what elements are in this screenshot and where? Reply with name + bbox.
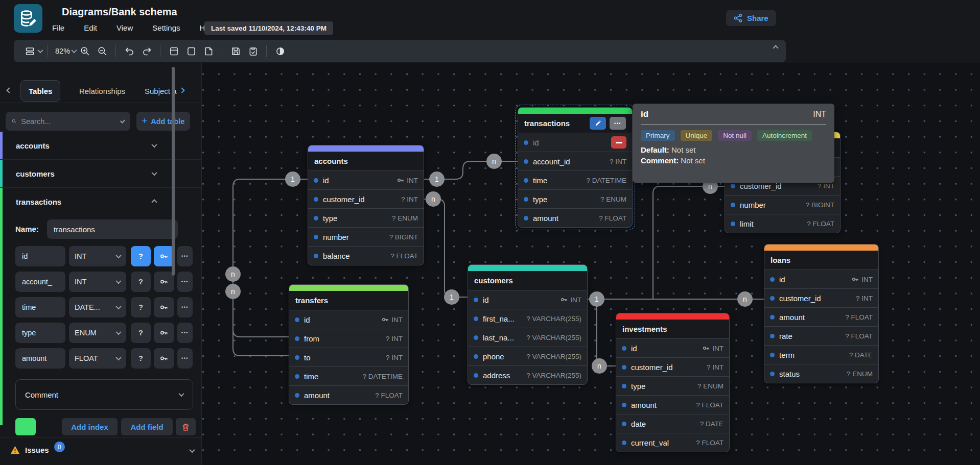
- table-field-row[interactable]: type? ENUM: [518, 189, 632, 208]
- search-box[interactable]: [6, 112, 130, 131]
- table-name-input[interactable]: [47, 219, 178, 239]
- sidebar-item-transactions[interactable]: transactions: [0, 188, 201, 216]
- delete-table-button[interactable]: [176, 418, 196, 435]
- table-options-button[interactable]: •••: [610, 117, 626, 130]
- theme-toggle-button[interactable]: [273, 43, 287, 59]
- expand-icon[interactable]: [151, 142, 157, 148]
- collapse-icon[interactable]: [151, 199, 157, 205]
- table-field-row[interactable]: first_na...? VARCHAR(255): [468, 309, 587, 328]
- table-field-row[interactable]: amount? FLOAT: [764, 307, 878, 326]
- todo-button[interactable]: [246, 43, 260, 59]
- add-note-button[interactable]: [201, 43, 216, 59]
- zoom-out-button[interactable]: [95, 43, 109, 59]
- nullable-toggle[interactable]: ?: [131, 348, 151, 369]
- tabs-scroll-left-icon[interactable]: [6, 87, 12, 93]
- nullable-toggle[interactable]: ?: [131, 297, 151, 317]
- tab-relationships[interactable]: Relationships: [72, 80, 133, 102]
- add-field-button[interactable]: Add field: [121, 418, 173, 435]
- issues-toggle[interactable]: Issues 0: [10, 445, 65, 455]
- field-type-select[interactable]: DATE...: [69, 297, 126, 317]
- zoom-caret-icon[interactable]: [71, 47, 77, 53]
- table-field-row[interactable]: account_id? INT: [518, 152, 632, 170]
- comment-section[interactable]: Comment: [15, 379, 193, 410]
- menu-file[interactable]: File: [50, 22, 66, 33]
- expand-icon[interactable]: [151, 170, 157, 176]
- table-field-row[interactable]: number? BIGINT: [308, 227, 424, 246]
- tabs-scroll-right-icon[interactable]: [179, 87, 184, 93]
- search-input[interactable]: [21, 117, 116, 126]
- sidebar-scrollbar[interactable]: [172, 67, 175, 276]
- add-table-tool-button[interactable]: [167, 43, 181, 59]
- field-type-select[interactable]: INT: [69, 272, 126, 292]
- table-field-row[interactable]: number? BIGINT: [725, 195, 840, 214]
- layout-caret-icon[interactable]: [37, 47, 43, 53]
- nullable-toggle[interactable]: ?: [131, 246, 151, 266]
- field-name-input[interactable]: account_: [15, 272, 65, 292]
- table-field-row[interactable]: amount? FLOAT: [518, 208, 632, 227]
- table-card-transactions[interactable]: transactions ••• id account_id? INT time…: [518, 107, 633, 228]
- add-area-button[interactable]: [184, 43, 198, 59]
- table-field-row[interactable]: idINT: [468, 290, 587, 309]
- field-name-input[interactable]: time: [15, 297, 65, 317]
- table-field-row[interactable]: date? DATE: [616, 414, 729, 433]
- table-field-row[interactable]: idINT: [764, 270, 878, 288]
- save-button[interactable]: [228, 43, 243, 59]
- table-field-row[interactable]: last_na...? VARCHAR(255): [468, 328, 587, 347]
- primary-key-toggle[interactable]: [154, 323, 174, 343]
- table-color-swatch[interactable]: [15, 418, 36, 435]
- field-options-button[interactable]: •••: [177, 272, 193, 292]
- table-field-row[interactable]: customer_id? INT: [764, 288, 878, 307]
- field-name-input[interactable]: amount: [15, 348, 65, 369]
- undo-button[interactable]: [122, 43, 136, 59]
- field-name-input[interactable]: type: [15, 323, 65, 343]
- table-field-row[interactable]: customer_id? INT: [308, 189, 424, 208]
- zoom-level[interactable]: 82%: [55, 47, 70, 55]
- field-type-select[interactable]: FLOAT: [69, 348, 126, 369]
- table-field-row[interactable]: idINT: [616, 338, 729, 357]
- field-options-button[interactable]: •••: [177, 348, 193, 369]
- table-field-row[interactable]: idINT: [289, 310, 408, 329]
- table-field-row[interactable]: amount? FLOAT: [289, 385, 408, 404]
- field-type-select[interactable]: ENUM: [69, 323, 126, 343]
- menu-settings[interactable]: Settings: [150, 22, 182, 33]
- tab-subject-areas[interactable]: Subject ar: [137, 80, 177, 102]
- field-type-select[interactable]: INT: [69, 246, 126, 266]
- share-button[interactable]: Share: [726, 10, 776, 26]
- table-card-customers[interactable]: customers idINT first_na...? VARCHAR(255…: [468, 264, 588, 385]
- nullable-toggle[interactable]: ?: [131, 323, 151, 343]
- search-caret-icon[interactable]: [120, 118, 125, 123]
- field-options-button[interactable]: •••: [177, 323, 193, 343]
- menu-view[interactable]: View: [114, 22, 135, 33]
- table-card-investments[interactable]: investments idINT customer_id? INT type?…: [616, 313, 730, 452]
- menu-edit[interactable]: Edit: [82, 22, 99, 33]
- diagram-layout-button[interactable]: [22, 43, 37, 59]
- primary-key-toggle[interactable]: [154, 272, 174, 292]
- table-field-row[interactable]: address? VARCHAR(255): [468, 365, 587, 384]
- table-field-row[interactable]: current_val? FLOAT: [616, 433, 729, 452]
- sidebar-item-accounts[interactable]: accounts: [0, 132, 201, 160]
- primary-key-toggle[interactable]: [154, 348, 174, 369]
- edit-table-button[interactable]: [590, 117, 606, 130]
- table-field-row[interactable]: customer_id? INT: [616, 357, 729, 376]
- zoom-in-button[interactable]: [78, 43, 92, 59]
- table-card-transfers[interactable]: transfers idINT from? INT to? INT time? …: [289, 284, 409, 405]
- delete-field-button[interactable]: [611, 136, 626, 149]
- tab-tables[interactable]: Tables: [20, 80, 60, 102]
- table-field-row[interactable]: limit? FLOAT: [725, 214, 840, 233]
- add-table-button[interactable]: + Add table: [136, 112, 190, 131]
- table-field-row[interactable]: type? ENUM: [308, 208, 424, 227]
- nullable-toggle[interactable]: ?: [131, 272, 151, 292]
- field-name-input[interactable]: id: [15, 246, 65, 266]
- table-field-row[interactable]: time? DATETIME: [289, 366, 408, 385]
- table-field-row[interactable]: from? INT: [289, 329, 408, 348]
- table-card-loans[interactable]: loans idINT customer_id? INT amount? FLO…: [764, 244, 879, 383]
- table-field-row[interactable]: balance? FLOAT: [308, 246, 424, 265]
- table-field-row[interactable]: id: [518, 133, 632, 152]
- table-field-row[interactable]: type? ENUM: [616, 376, 729, 395]
- table-field-row[interactable]: rate? FLOAT: [764, 326, 878, 345]
- redo-button[interactable]: [139, 43, 154, 59]
- table-field-row[interactable]: phone? VARCHAR(255): [468, 347, 587, 365]
- collapse-header-icon[interactable]: [773, 45, 778, 51]
- table-field-row[interactable]: idINT: [308, 170, 424, 189]
- chevron-down-icon[interactable]: [189, 447, 195, 453]
